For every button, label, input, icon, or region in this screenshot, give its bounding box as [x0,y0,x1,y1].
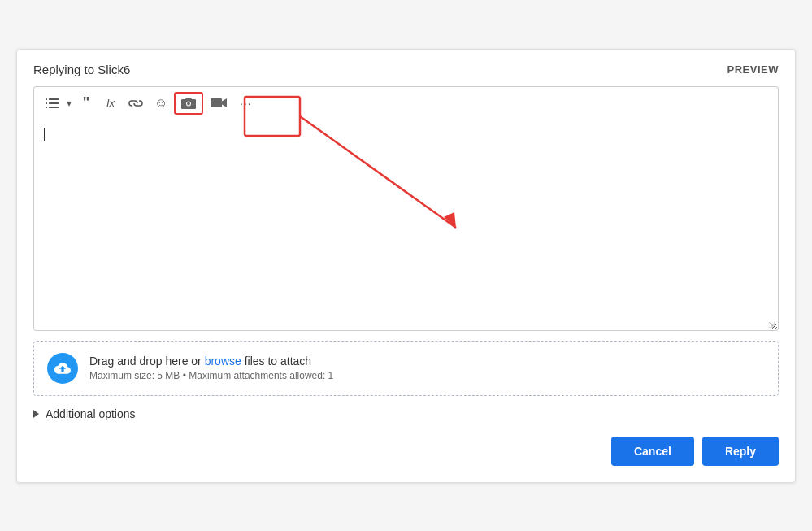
list-dropdown-icon[interactable]: ▾ [65,94,73,112]
svg-point-7 [187,102,190,106]
footer-buttons: Cancel Reply [33,437,779,466]
dialog-title: Replying to Slick6 [33,63,130,76]
reply-button[interactable]: Reply [702,437,779,466]
svg-rect-5 [49,107,59,108]
dialog-header: Replying to Slick6 PREVIEW [33,63,779,76]
attachment-area: Drag and drop here or browse files to at… [33,341,779,396]
additional-options-label: Additional options [46,407,136,420]
attach-subtext: Maximum size: 5 MB • Maximum attachments… [89,370,333,381]
blockquote-button[interactable]: " [75,92,98,115]
svg-rect-4 [46,107,47,108]
svg-rect-1 [49,98,59,100]
chevron-right-icon [33,410,39,418]
svg-rect-8 [211,98,222,107]
attach-description: Drag and drop here or browse files to at… [89,355,333,381]
emoji-button[interactable]: ☺ [150,92,172,115]
link-button[interactable] [124,92,148,115]
upload-icon [47,353,78,384]
attach-text: Drag and drop here or browse files to at… [89,355,333,368]
reply-dialog: Replying to Slick6 PREVIEW ▾ " Ix ☺ [16,49,796,483]
clear-format-button[interactable]: Ix [99,92,122,115]
list-button[interactable] [41,92,63,115]
text-cursor [44,128,45,141]
more-options-button[interactable]: ··· [234,92,257,115]
photo-button[interactable] [174,92,203,115]
svg-marker-9 [222,98,227,107]
svg-rect-3 [49,102,59,104]
reply-editor[interactable]: ⇲ [33,120,779,331]
editor-toolbar: ▾ " Ix ☺ ··· [33,86,779,120]
preview-button[interactable]: PREVIEW [727,63,779,76]
additional-options-toggle[interactable]: Additional options [33,407,779,420]
resize-handle[interactable]: ⇲ [768,320,776,329]
svg-rect-2 [46,102,47,104]
svg-rect-0 [46,98,47,100]
browse-link[interactable]: browse [205,355,241,368]
cancel-button[interactable]: Cancel [611,437,694,466]
video-button[interactable] [205,92,232,115]
